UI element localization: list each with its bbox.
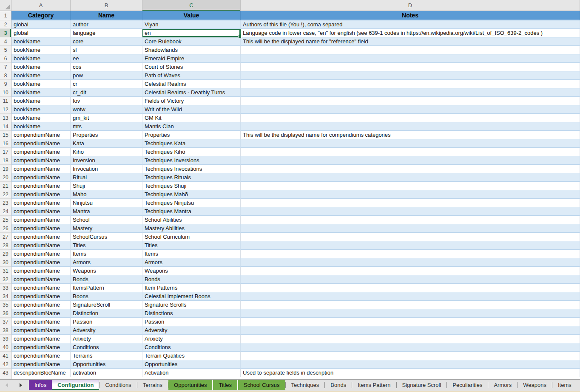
cell-name[interactable]: Passion <box>71 318 142 326</box>
cell-value[interactable]: Adversity <box>142 326 241 335</box>
row-number[interactable]: 31 <box>0 267 11 275</box>
cell-category[interactable]: compendiumName <box>11 190 71 199</box>
cell-value[interactable]: Techniques Rituals <box>142 173 241 182</box>
row-number[interactable]: 18 <box>0 156 11 165</box>
cell-notes[interactable] <box>241 250 580 258</box>
cell-value[interactable]: Vlyan <box>142 20 241 29</box>
column-header-a[interactable]: A <box>11 0 71 11</box>
cell-notes[interactable] <box>241 88 580 97</box>
column-header-c[interactable]: C <box>142 0 241 11</box>
cell-notes[interactable] <box>241 54 580 63</box>
row-number[interactable]: 42 <box>0 360 11 369</box>
cell-notes[interactable] <box>241 224 580 233</box>
cell-name[interactable]: SchoolCursus <box>71 233 142 241</box>
row-number[interactable]: 11 <box>0 97 11 105</box>
cell-notes[interactable] <box>241 139 580 148</box>
sheet-tab-school-cursus[interactable]: School Cursus <box>238 380 285 390</box>
cell-value[interactable]: Items <box>142 250 241 258</box>
cell-name[interactable]: fov <box>71 97 142 105</box>
row-number[interactable]: 19 <box>0 165 11 173</box>
row-number[interactable]: 25 <box>0 216 11 224</box>
sheet-tab-peculiarities[interactable]: Peculiarities <box>447 380 488 390</box>
sheet-tab-infos[interactable]: Infos <box>29 380 52 390</box>
cell-notes[interactable]: This will be the displayed name for comp… <box>241 131 580 139</box>
next-sheets-arrow-icon[interactable] <box>20 383 22 387</box>
cell-category[interactable]: compendiumName <box>11 309 71 318</box>
cell-value[interactable]: Celestial Implement Boons <box>142 292 241 301</box>
column-header-d[interactable]: D <box>241 0 580 11</box>
row-number[interactable]: 22 <box>0 190 11 199</box>
cell-category[interactable]: compendiumName <box>11 318 71 326</box>
row-number[interactable]: 1 <box>0 11 11 20</box>
cell-category[interactable]: compendiumName <box>11 165 71 173</box>
row-number[interactable]: 33 <box>0 284 11 292</box>
row-number[interactable]: 21 <box>0 182 11 190</box>
cell-notes[interactable] <box>241 114 580 122</box>
row-number[interactable]: 9 <box>0 80 11 88</box>
cell-category[interactable]: bookName <box>11 105 71 114</box>
cell-category[interactable]: compendiumName <box>11 173 71 182</box>
cell-name[interactable]: Shuji <box>71 182 142 190</box>
cell-category[interactable]: bookName <box>11 80 71 88</box>
cell-name[interactable]: Mantra <box>71 207 142 216</box>
sheet-tab-items[interactable]: Items <box>552 380 577 390</box>
previous-sheets-arrow-icon[interactable] <box>6 383 8 387</box>
cell-value[interactable]: Activation <box>142 369 241 377</box>
cell-notes[interactable] <box>241 190 580 199</box>
cell-category[interactable]: compendiumName <box>11 233 71 241</box>
cell-notes[interactable] <box>241 122 580 131</box>
cell-name[interactable]: School <box>71 216 142 224</box>
cell-value[interactable]: Techniques Mahõ <box>142 190 241 199</box>
cell-value[interactable]: en <box>142 29 241 37</box>
cell-value[interactable]: School Abilities <box>142 216 241 224</box>
column-header-b[interactable]: B <box>71 0 142 11</box>
cell-name[interactable]: Ninjutsu <box>71 199 142 207</box>
cell-category[interactable]: compendiumName <box>11 182 71 190</box>
row-number[interactable]: 39 <box>0 335 11 343</box>
cell-category[interactable]: compendiumName <box>11 335 71 343</box>
sheet-tab-weapons[interactable]: Weapons <box>517 380 552 390</box>
row-number[interactable]: 34 <box>0 292 11 301</box>
cell-name[interactable]: Opportunities <box>71 360 142 369</box>
cell-notes[interactable] <box>241 173 580 182</box>
cell-value[interactable]: Celestial Realms - Deathly Turns <box>142 88 241 97</box>
cell-value[interactable]: Value <box>142 11 241 20</box>
cell-notes[interactable] <box>241 292 580 301</box>
cell-category[interactable]: compendiumName <box>11 139 71 148</box>
cell-value[interactable]: Anxiety <box>142 335 241 343</box>
cell-notes[interactable] <box>241 199 580 207</box>
cell-name[interactable]: Weapons <box>71 267 142 275</box>
cell-notes[interactable] <box>241 105 580 114</box>
cell-category[interactable]: Category <box>11 11 71 20</box>
cell-category[interactable]: compendiumName <box>11 207 71 216</box>
cell-notes[interactable] <box>241 326 580 335</box>
cell-category[interactable]: compendiumName <box>11 250 71 258</box>
cell-notes[interactable]: This will be the displayed name for "ref… <box>241 37 580 46</box>
cell-name[interactable]: cr_dlt <box>71 88 142 97</box>
row-number[interactable]: 29 <box>0 250 11 258</box>
cell-value[interactable]: Weapons <box>142 267 241 275</box>
sheet-tab-armors[interactable]: Armors <box>488 380 517 390</box>
cell-name[interactable]: cos <box>71 63 142 71</box>
cell-category[interactable]: descriptionBlocName <box>11 369 71 377</box>
row-number[interactable]: 2 <box>0 20 11 29</box>
cell-notes[interactable] <box>241 258 580 267</box>
cell-value[interactable]: Mastery Abilities <box>142 224 241 233</box>
cell-category[interactable]: bookName <box>11 114 71 122</box>
cell-name[interactable]: cr <box>71 80 142 88</box>
cell-name[interactable]: Boons <box>71 292 142 301</box>
cell-category[interactable]: compendiumName <box>11 292 71 301</box>
cell-notes[interactable] <box>241 165 580 173</box>
sheet-tab-configuration[interactable]: Configuration <box>52 380 99 390</box>
cell-category[interactable]: compendiumName <box>11 352 71 360</box>
cell-name[interactable]: Adversity <box>71 326 142 335</box>
sheet-tab-bonds[interactable]: Bonds <box>325 380 352 390</box>
cell-category[interactable]: bookName <box>11 71 71 80</box>
sheet-tab-items-pattern[interactable]: Items Pattern <box>352 380 396 390</box>
sheet-tab-conditions[interactable]: Conditions <box>100 380 136 390</box>
cell-category[interactable]: compendiumName <box>11 275 71 284</box>
cell-category[interactable]: bookName <box>11 63 71 71</box>
cell-notes[interactable] <box>241 335 580 343</box>
row-number[interactable]: 43 <box>0 369 11 377</box>
cell-category[interactable]: compendiumName <box>11 301 71 309</box>
